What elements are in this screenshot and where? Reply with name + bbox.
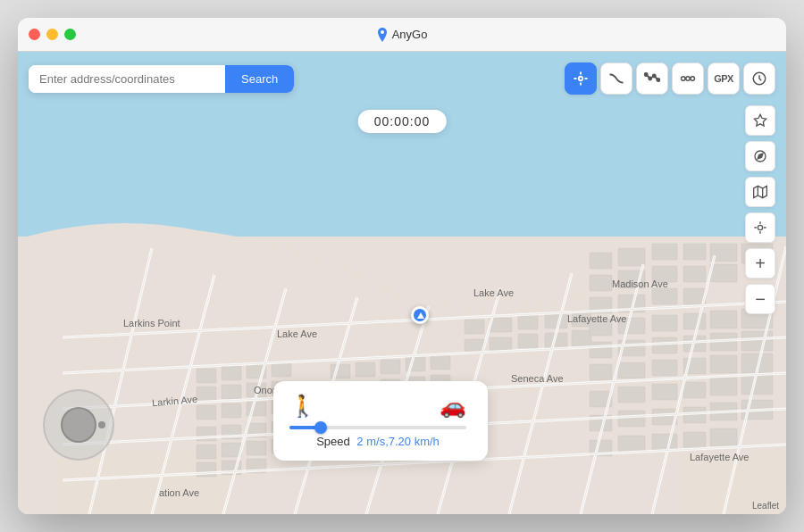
svg-rect-54 [652,360,677,376]
right-sidebar: + − [745,105,775,318]
svg-rect-4 [683,244,706,260]
speed-slider-container[interactable] [289,426,466,429]
zoom-out-button[interactable]: − [745,284,775,314]
map-view-button[interactable] [745,177,775,207]
svg-marker-143 [754,114,766,126]
app-window: AnyGo [18,18,786,514]
svg-rect-30 [431,355,450,370]
map-label-ation-ave: ation Ave [159,487,199,498]
traffic-lights [29,29,76,40]
multipoint-tool-button[interactable] [672,62,704,95]
svg-rect-2 [618,248,645,266]
svg-rect-19 [545,312,567,328]
svg-rect-81 [247,441,266,455]
svg-rect-96 [247,402,266,416]
svg-rect-72 [652,434,677,450]
minimize-button[interactable] [46,29,58,40]
timer-badge: 00:00:00 [358,110,447,133]
svg-rect-22 [490,337,512,352]
close-button[interactable] [29,29,40,40]
gpx-button[interactable]: GPX [708,62,740,95]
svg-rect-60 [652,384,677,400]
svg-rect-62 [710,378,737,395]
svg-marker-146 [754,186,767,197]
svg-rect-28 [381,360,400,374]
svg-rect-80 [222,443,241,457]
map-container[interactable]: Larkins Point Lake Ave Lake Ave Madison … [18,52,786,514]
search-area: Search [29,65,294,93]
svg-rect-90 [197,387,216,401]
toolbar: Search [29,62,775,95]
my-location-button[interactable] [745,212,775,243]
svg-rect-65 [618,411,645,427]
svg-point-135 [653,75,656,78]
svg-rect-43 [683,313,706,329]
svg-rect-27 [356,362,375,377]
joystick-dot [98,421,105,428]
maximize-button[interactable] [64,29,76,40]
history-button[interactable] [743,62,775,95]
speed-slider-thumb[interactable] [314,421,327,434]
pin-icon [377,28,388,42]
svg-rect-14 [652,288,677,304]
map-label-madison-ave: Madison Ave [612,278,668,289]
map-label-seneca-ave: Seneca Ave [511,373,564,384]
svg-rect-59 [618,387,645,403]
svg-point-136 [657,79,659,81]
svg-rect-94 [197,405,216,420]
svg-rect-16 [465,320,484,334]
search-input[interactable] [29,65,225,93]
svg-rect-79 [197,445,216,459]
zoom-in-button[interactable]: + [745,248,775,278]
svg-rect-3 [652,244,677,260]
svg-rect-10 [683,266,706,282]
title-area: AnyGo [377,28,428,42]
compass-button[interactable] [745,141,775,171]
svg-rect-74 [710,428,737,446]
svg-rect-42 [652,315,677,331]
location-dot [411,306,429,324]
svg-rect-51 [741,331,773,351]
speed-slider-track [289,426,466,429]
svg-marker-145 [758,154,763,159]
map-label-lake-ave-2: Lake Ave [473,287,514,298]
joystick-inner [61,407,96,443]
svg-rect-67 [683,407,706,423]
transport-icons: 🚶 🚗 [289,394,466,419]
car-icon: 🚗 [440,394,466,419]
svg-rect-23 [518,334,538,348]
map-label-larkins-point: Larkins Point [123,318,180,328]
svg-rect-7 [590,275,612,291]
svg-rect-95 [222,403,241,418]
svg-rect-56 [710,355,737,373]
svg-point-138 [686,77,691,81]
svg-rect-53 [618,362,645,378]
joystick[interactable] [43,389,114,461]
svg-point-149 [758,225,762,229]
svg-rect-44 [710,311,737,328]
svg-point-0 [381,30,384,34]
svg-rect-52 [590,364,612,380]
svg-rect-61 [683,382,706,398]
svg-rect-63 [741,375,773,395]
svg-rect-73 [683,432,706,448]
leaflet-attribution: Leaflet [752,501,779,511]
zoom-in-icon: + [755,254,766,274]
route-tool-button[interactable] [600,62,632,95]
location-tool-button[interactable] [565,62,597,95]
svg-point-134 [649,78,651,80]
map-label-lafayette-ave-1: Lafayette Ave [567,313,626,324]
svg-rect-46 [590,342,612,358]
svg-rect-91 [222,385,241,399]
location-arrow [417,312,424,319]
right-tools: GPX [565,62,775,95]
svg-rect-87 [222,366,241,380]
search-button[interactable]: Search [225,65,294,93]
svg-rect-1 [590,253,612,269]
speed-slider-fill [289,426,316,429]
svg-rect-48 [652,337,677,353]
favorites-button[interactable] [745,105,775,136]
svg-point-133 [645,73,648,76]
waypoint-tool-button[interactable] [636,62,668,95]
svg-rect-86 [197,369,216,383]
